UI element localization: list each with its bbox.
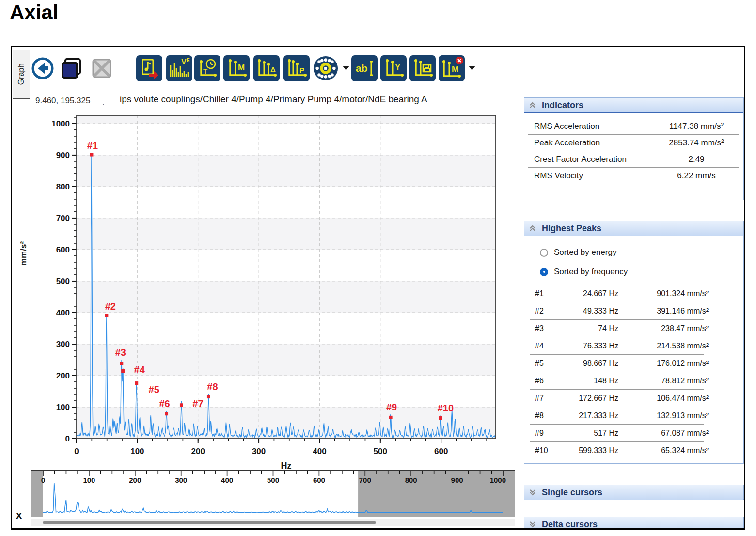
indicators-panel: Indicators RMS Acceleration 1147.38 mm/s…	[524, 97, 744, 200]
svg-text:600: 600	[56, 245, 70, 254]
peak-row: #9 517 Hz 67.087 mm/s²	[530, 425, 704, 442]
peak-rank: #9	[530, 429, 555, 438]
indicator-label: RMS Velocity	[528, 168, 654, 184]
marker-remove-dropdown-icon[interactable]	[469, 66, 475, 70]
copy-button[interactable]	[59, 55, 85, 81]
collapse-up-icon	[529, 225, 536, 232]
peak-rank: #5	[530, 359, 555, 368]
delta-cursors-button[interactable]: Δ	[253, 55, 280, 81]
radio-icon[interactable]	[540, 249, 548, 257]
peak-frequency: 217.333 Hz	[555, 411, 618, 420]
svg-text:300: 300	[56, 340, 70, 349]
indicators-table: RMS Acceleration 1147.38 mm/s² Peak Acce…	[524, 113, 743, 200]
svg-text:100: 100	[56, 403, 70, 412]
marker-remove-icon: M	[440, 56, 464, 80]
svg-text:#8: #8	[207, 381, 218, 392]
peak-frequency: 148 Hz	[555, 377, 618, 385]
svg-text:#6: #6	[159, 398, 170, 409]
svg-text:#2: #2	[105, 301, 116, 312]
peak-amplitude: 391.146 mm/s²	[618, 307, 709, 315]
indicator-row: Crest Factor Acceleration 2.49	[528, 151, 739, 168]
svg-text:300: 300	[252, 447, 266, 456]
single-cursors-panel: Single cursors	[524, 485, 744, 500]
svg-text:#1: #1	[87, 140, 98, 151]
time-axis-button[interactable]: T	[194, 55, 220, 81]
sort-option[interactable]: Sorted by energy	[540, 245, 743, 260]
peak-row: #2 49.333 Hz 391.146 mm/s²	[530, 302, 704, 320]
peak-rank: #2	[530, 307, 555, 315]
svg-text:#4: #4	[134, 364, 145, 375]
peak-row: #3 74 Hz 238.47 mm/s²	[530, 320, 704, 337]
y-scale-button[interactable]: Y	[380, 55, 407, 81]
svg-text:700: 700	[359, 476, 371, 484]
peak-row: #8 217.333 Hz 132.913 mm/s²	[530, 407, 704, 425]
spectrum-chart[interactable]: 0100200300400500600700800900100001002003…	[31, 113, 515, 469]
marker-axis-button[interactable]: M	[223, 55, 250, 81]
indicator-row: RMS Acceleration 1147.38 mm/s²	[528, 118, 739, 135]
svg-text:600: 600	[434, 447, 448, 456]
export-spectrum-button[interactable]	[136, 55, 162, 81]
delta-cursors-header[interactable]: Delta cursors	[524, 517, 743, 530]
single-cursors-title: Single cursors	[542, 488, 602, 498]
svg-text:500: 500	[56, 277, 70, 286]
indicator-label	[528, 184, 654, 200]
svg-text:200: 200	[56, 371, 70, 380]
indicator-row	[528, 184, 739, 200]
indicators-header[interactable]: Indicators	[524, 98, 743, 113]
sort-option[interactable]: Sorted by frequency	[540, 265, 743, 279]
expand-down-icon	[529, 489, 536, 496]
delete-button-disabled	[89, 55, 115, 81]
expand-down-icon	[529, 521, 536, 528]
horizontal-scrollbar[interactable]	[31, 519, 515, 526]
svg-text:#10: #10	[438, 403, 454, 413]
highest-peaks-header[interactable]: Highest Peaks	[524, 221, 743, 236]
page: Axial Graph	[0, 0, 756, 536]
scrollbar-thumb[interactable]	[43, 521, 376, 524]
indicators-title: Indicators	[542, 100, 583, 110]
peak-frequency: 24.667 Hz	[555, 289, 618, 298]
peak-row: #1 24.667 Hz 901.324 mm/s²	[530, 285, 704, 302]
svg-text:400: 400	[313, 447, 326, 456]
marker-remove-button[interactable]: M	[439, 55, 465, 81]
svg-text:ab: ab	[356, 63, 368, 74]
delete-x-icon	[90, 56, 114, 80]
close-overview-button[interactable]: x	[16, 510, 22, 520]
spectrum-bars-icon: V E	[169, 58, 190, 79]
indicator-value: 2.49	[654, 155, 739, 164]
peak-amplitude: 67.087 mm/s²	[618, 429, 709, 438]
peak-amplitude: 901.324 mm/s²	[618, 289, 709, 298]
svg-text:#7: #7	[192, 398, 203, 409]
text-label-button[interactable]: ab	[351, 55, 378, 81]
peak-cursors-icon: P	[286, 58, 307, 79]
svg-text:V: V	[181, 58, 187, 66]
peak-amplitude: 176.012 mm/s²	[618, 359, 709, 368]
svg-text:P: P	[299, 66, 304, 74]
save-scale-button[interactable]	[410, 55, 436, 81]
back-arrow-icon	[31, 56, 55, 80]
svg-text:1000: 1000	[490, 476, 506, 484]
svg-text:1000: 1000	[51, 119, 70, 128]
tab-graph[interactable]: Graph	[13, 50, 30, 99]
svg-text:600: 600	[313, 476, 325, 484]
overview-strip[interactable]: 01002003004005006007008009001000	[31, 470, 515, 517]
measurement-path: ips volute couplings/Chiller 4/Pump 4/Pr…	[120, 94, 427, 105]
single-cursors-header[interactable]: Single cursors	[524, 485, 743, 500]
peak-frequency: 74 Hz	[555, 324, 618, 333]
bearing-dropdown-icon[interactable]	[343, 66, 349, 70]
sort-option-label: Sorted by energy	[554, 248, 616, 257]
svg-text:100: 100	[83, 476, 95, 484]
indicator-value: 2853.74 mm/s²	[654, 138, 739, 148]
peak-row: #6 148 Hz 78.812 mm/s²	[530, 372, 704, 390]
peak-frequency: 172.667 Hz	[555, 394, 618, 403]
peaks-list: #1 24.667 Hz 901.324 mm/s² #2 49.333 Hz …	[524, 285, 743, 459]
back-button[interactable]	[30, 55, 56, 81]
spectrum-ve-button[interactable]: V E	[166, 55, 192, 81]
radio-icon[interactable]	[540, 268, 548, 276]
svg-text:Hz: Hz	[281, 461, 292, 469]
peak-row: #7 172.667 Hz 106.474 mm/s²	[530, 390, 704, 407]
time-axis-icon: T	[197, 58, 218, 79]
bearing-button[interactable]	[313, 55, 339, 81]
indicator-value: 6.22 mm/s	[654, 171, 739, 181]
peak-cursors-button[interactable]: P	[284, 55, 310, 81]
highest-peaks-panel: Highest Peaks Sorted by energy Sorted by…	[524, 221, 744, 464]
